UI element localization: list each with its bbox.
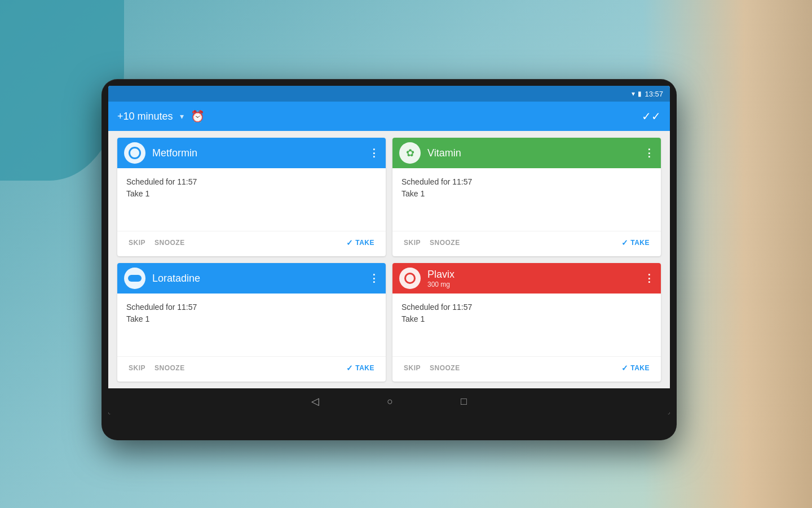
- vitamin-name-block: Vitamin: [427, 147, 637, 159]
- vitamin-skip-button[interactable]: SKIP: [399, 235, 425, 250]
- dropdown-arrow-icon[interactable]: ▾: [180, 112, 184, 121]
- check-all-icon[interactable]: ✓✓: [642, 110, 661, 123]
- wifi-icon: ▾: [632, 90, 635, 98]
- metformin-more-icon[interactable]: ⋮: [369, 147, 379, 159]
- loratadine-scheduled: Scheduled for 11:57: [126, 301, 377, 313]
- home-nav-icon[interactable]: ○: [387, 396, 393, 408]
- vitamin-take-button[interactable]: ✓ TAKE: [617, 235, 654, 251]
- loratadine-take-button[interactable]: ✓ TAKE: [342, 360, 379, 376]
- vitamin-snooze-button[interactable]: SNOOZE: [425, 235, 465, 250]
- plavix-snooze-button[interactable]: SNOOZE: [425, 361, 465, 375]
- plavix-take-label: TAKE: [630, 364, 650, 372]
- alarm-icon[interactable]: ⏰: [191, 110, 205, 123]
- metformin-icon: [124, 142, 145, 164]
- loratadine-skip-button[interactable]: SKIP: [124, 361, 150, 375]
- navigation-bar: ◁ ○ □: [108, 388, 670, 414]
- loratadine-take-label: TAKE: [355, 364, 374, 372]
- tablet-device: ▾ ▮ 13:57 +10 minutes ▾ ⏰ ✓✓: [102, 79, 677, 440]
- plavix-header: Plavix 300 mg ⋮: [392, 263, 661, 294]
- metformin-take-button[interactable]: ✓ TAKE: [342, 235, 379, 251]
- metformin-card: Metformin ⋮ Scheduled for 11:57 Take 1 S…: [117, 138, 386, 256]
- metformin-name: Metformin: [152, 147, 362, 159]
- plavix-actions: SKIP SNOOZE ✓ TAKE: [392, 356, 661, 382]
- loratadine-snooze-button[interactable]: SNOOZE: [150, 361, 189, 375]
- loratadine-body: Scheduled for 11:57 Take 1: [117, 294, 386, 356]
- loratadine-icon: [124, 268, 145, 289]
- vitamin-header: ✿ Vitamin ⋮: [392, 138, 661, 168]
- plavix-name: Plavix: [427, 269, 637, 281]
- plavix-scheduled: Scheduled for 11:57: [401, 301, 652, 313]
- metformin-snooze-button[interactable]: SNOOZE: [150, 235, 189, 250]
- loratadine-take-check-icon: ✓: [346, 364, 354, 373]
- metformin-take-check-icon: ✓: [346, 238, 354, 247]
- loratadine-name: Loratadine: [152, 273, 362, 284]
- status-bar: ▾ ▮ 13:57: [108, 86, 670, 102]
- recents-nav-icon[interactable]: □: [461, 396, 467, 408]
- status-icons: ▾ ▮ 13:57: [632, 90, 663, 98]
- vitamin-name: Vitamin: [427, 147, 637, 159]
- plavix-dose: 300 mg: [427, 281, 637, 288]
- plavix-take-button[interactable]: ✓ TAKE: [617, 360, 654, 376]
- loratadine-header: Loratadine ⋮: [117, 263, 386, 294]
- metformin-scheduled: Scheduled for 11:57: [126, 176, 377, 188]
- loratadine-actions: SKIP SNOOZE ✓ TAKE: [117, 356, 386, 382]
- vitamin-actions: SKIP SNOOZE ✓ TAKE: [392, 231, 661, 256]
- metformin-name-block: Metformin: [152, 147, 362, 159]
- plavix-card: Plavix 300 mg ⋮ Scheduled for 11:57 Take…: [392, 263, 661, 382]
- vitamin-scheduled: Scheduled for 11:57: [401, 176, 652, 188]
- vitamin-take-check-icon: ✓: [621, 238, 629, 247]
- metformin-take-label: TAKE: [355, 239, 374, 247]
- battery-icon: ▮: [638, 90, 642, 98]
- vitamin-body: Scheduled for 11:57 Take 1: [392, 168, 661, 231]
- plavix-skip-button[interactable]: SKIP: [399, 361, 425, 375]
- vitamin-take: Take 1: [401, 188, 652, 200]
- status-time: 13:57: [645, 90, 663, 98]
- plavix-icon: [399, 268, 421, 289]
- plavix-circle-icon: [404, 273, 416, 284]
- metformin-take: Take 1: [126, 188, 377, 200]
- vitamin-icon: ✿: [399, 142, 421, 164]
- metformin-actions: SKIP SNOOZE ✓ TAKE: [117, 231, 386, 256]
- plavix-name-block: Plavix 300 mg: [427, 269, 637, 288]
- vitamin-card: ✿ Vitamin ⋮ Scheduled for 11:57 Take 1 S…: [392, 138, 661, 256]
- snooze-label[interactable]: +10 minutes: [117, 111, 173, 122]
- metformin-body: Scheduled for 11:57 Take 1: [117, 168, 386, 231]
- loratadine-take: Take 1: [126, 313, 377, 325]
- back-nav-icon[interactable]: ◁: [311, 395, 319, 408]
- vitamin-take-label: TAKE: [630, 239, 650, 247]
- loratadine-more-icon[interactable]: ⋮: [369, 272, 379, 284]
- tablet-screen: ▾ ▮ 13:57 +10 minutes ▾ ⏰ ✓✓: [108, 86, 670, 414]
- plavix-take: Take 1: [401, 313, 652, 325]
- plavix-body: Scheduled for 11:57 Take 1: [392, 294, 661, 356]
- metformin-header: Metformin ⋮: [117, 138, 386, 168]
- plavix-take-check-icon: ✓: [621, 364, 629, 373]
- metformin-skip-button[interactable]: SKIP: [124, 235, 150, 250]
- vitamin-more-icon[interactable]: ⋮: [644, 147, 654, 159]
- app-bar: +10 minutes ▾ ⏰ ✓✓: [108, 102, 670, 131]
- medication-grid: Metformin ⋮ Scheduled for 11:57 Take 1 S…: [108, 131, 670, 388]
- vitamin-leaf-icon: ✿: [406, 147, 414, 159]
- loratadine-card: Loratadine ⋮ Scheduled for 11:57 Take 1 …: [117, 263, 386, 382]
- plavix-more-icon[interactable]: ⋮: [644, 272, 654, 284]
- loratadine-name-block: Loratadine: [152, 273, 362, 284]
- scene: ▾ ▮ 13:57 +10 minutes ▾ ⏰ ✓✓: [0, 0, 812, 508]
